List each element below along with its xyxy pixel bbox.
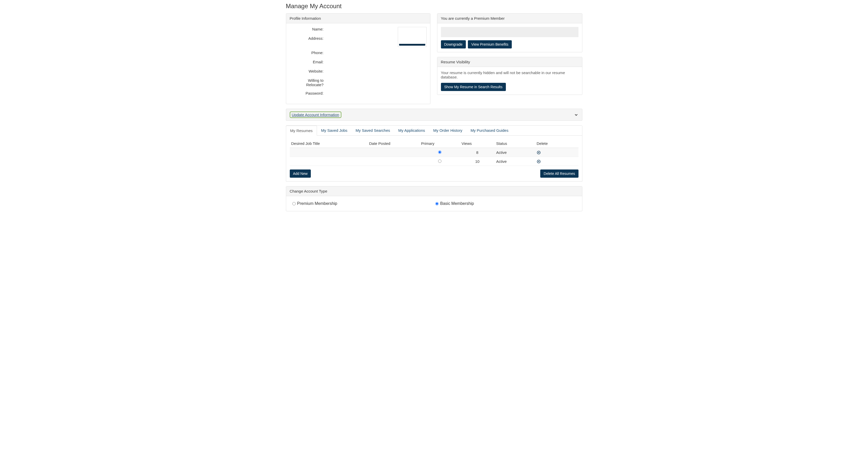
value-address	[326, 36, 394, 41]
value-name	[326, 27, 394, 32]
label-address: Address:	[290, 36, 326, 40]
delete-all-resumes-button[interactable]: Delete All Resumes	[540, 169, 578, 178]
th-status: Status	[495, 139, 535, 148]
tab-my-purchased-guides[interactable]: My Purchased Guides	[466, 126, 513, 135]
cell-date	[368, 157, 420, 166]
label-email: Email:	[290, 60, 326, 64]
th-views: Views	[460, 139, 495, 148]
tab-my-order-history[interactable]: My Order History	[429, 126, 466, 135]
page-title: Manage My Account	[286, 3, 582, 10]
profile-info-header: Profile Information	[286, 13, 430, 23]
view-benefits-button[interactable]: View Premium Benefits	[468, 40, 512, 48]
tab-my-resumes[interactable]: My Resumes	[286, 126, 317, 136]
resume-visibility-header: Resume Visibility	[437, 57, 582, 67]
basic-radio-label: Basic Membership	[440, 201, 474, 206]
resume-visibility-text: Your resume is currently hidden and will…	[441, 70, 579, 79]
delete-icon[interactable]	[537, 151, 541, 155]
show-resume-button[interactable]: Show My Resume in Search Results	[441, 83, 506, 91]
th-primary: Primary	[420, 139, 460, 148]
table-row: 10Active	[290, 157, 579, 166]
basic-radio[interactable]	[435, 202, 439, 205]
value-relocate	[326, 78, 394, 83]
resume-visibility-panel: Resume Visibility Your resume is current…	[437, 57, 582, 95]
add-new-button[interactable]: Add New	[290, 169, 311, 178]
premium-header: You are currently a Premium Member	[437, 13, 582, 23]
update-account-accordion[interactable]: Update Account Information	[286, 109, 582, 121]
label-relocate: Willing to Relocate?	[290, 78, 326, 87]
tab-my-applications[interactable]: My Applications	[394, 126, 429, 135]
cell-views: 8	[460, 148, 495, 157]
premium-info-bar	[441, 27, 579, 37]
table-row: 8Active	[290, 148, 579, 157]
value-phone	[326, 51, 394, 56]
tab-my-saved-searches[interactable]: My Saved Searches	[352, 126, 394, 135]
tabs-container: My Resumes My Saved Jobs My Saved Search…	[286, 125, 582, 182]
label-website: Website:	[290, 69, 326, 73]
chevron-down-icon	[574, 112, 579, 117]
label-phone: Phone:	[290, 51, 326, 55]
premium-radio[interactable]	[292, 202, 296, 205]
primary-radio[interactable]	[438, 160, 441, 163]
label-password: Password:	[290, 91, 326, 95]
tab-my-saved-jobs[interactable]: My Saved Jobs	[317, 126, 352, 135]
value-password	[326, 91, 394, 96]
primary-radio[interactable]	[438, 151, 441, 154]
tab-nav: My Resumes My Saved Jobs My Saved Search…	[286, 126, 582, 136]
profile-image	[398, 27, 427, 47]
cell-status: Active	[495, 157, 535, 166]
downgrade-button[interactable]: Downgrade	[441, 40, 466, 48]
th-delete: Delete	[535, 139, 579, 148]
cell-date	[368, 148, 420, 157]
change-account-header: Change Account Type	[286, 187, 582, 196]
cell-views: 10	[460, 157, 495, 166]
premium-radio-label: Premium Membership	[297, 201, 337, 206]
cell-status: Active	[495, 148, 535, 157]
value-email	[326, 60, 394, 65]
th-date: Date Posted	[368, 139, 420, 148]
label-name: Name:	[290, 27, 326, 31]
profile-info-panel: Profile Information Name: Address: Phone…	[286, 13, 430, 104]
change-account-panel: Change Account Type Premium Membership B…	[286, 186, 582, 211]
cell-title	[290, 148, 368, 157]
th-title: Desired Job Title	[290, 139, 368, 148]
delete-icon[interactable]	[537, 160, 541, 164]
premium-panel: You are currently a Premium Member Downg…	[437, 13, 582, 52]
update-account-link[interactable]: Update Account Information	[290, 111, 341, 118]
resumes-table: Desired Job Title Date Posted Primary Vi…	[290, 139, 579, 166]
cell-title	[290, 157, 368, 166]
value-website	[326, 69, 394, 74]
